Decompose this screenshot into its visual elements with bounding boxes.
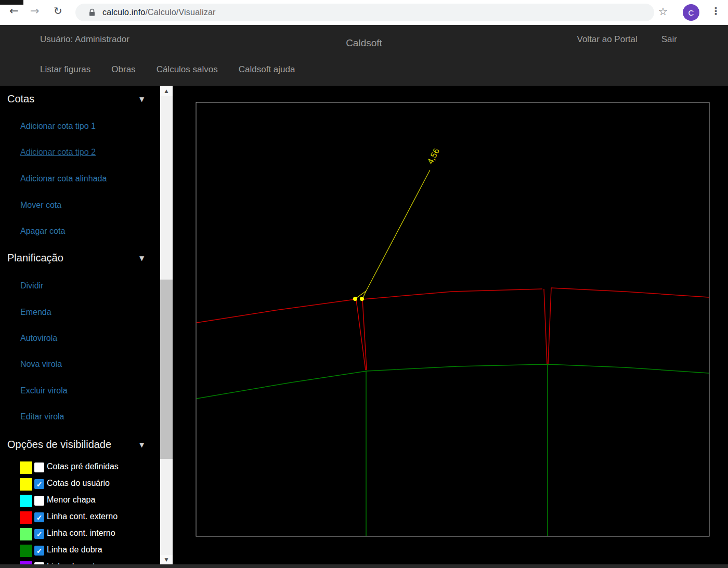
color-swatch bbox=[20, 545, 32, 557]
drawing-viewport[interactable] bbox=[173, 86, 728, 564]
checkbox[interactable] bbox=[34, 463, 44, 472]
link-autovirola[interactable]: Autovirola bbox=[20, 334, 57, 343]
menu-listar-figuras[interactable]: Listar figuras bbox=[40, 64, 90, 75]
scrollbar-up-arrow-icon[interactable]: ▲ bbox=[160, 86, 173, 96]
sair-link[interactable]: Sair bbox=[661, 34, 677, 45]
checkbox[interactable]: ✓ bbox=[34, 479, 44, 489]
link-excluir-virola[interactable]: Excluir virola bbox=[20, 386, 68, 395]
browser-toolbar: ← → ↻ calculo.info/Calculo/Visualizar ☆ … bbox=[0, 0, 728, 25]
checkbox[interactable] bbox=[34, 496, 44, 506]
voltar-ao-portal-link[interactable]: Voltar ao Portal bbox=[577, 34, 638, 45]
color-swatch bbox=[20, 528, 32, 540]
url-path: /Calculo/Visualizar bbox=[145, 8, 215, 17]
profile-avatar[interactable]: C bbox=[683, 4, 699, 21]
section-planificacao: Planificação bbox=[7, 252, 63, 264]
url-host: calculo.info bbox=[102, 8, 145, 17]
section-cotas: Cotas bbox=[7, 93, 34, 105]
link-adicionar-cota-tipo-1[interactable]: Adicionar cota tipo 1 bbox=[20, 122, 96, 131]
link-emenda[interactable]: Emenda bbox=[20, 308, 51, 317]
main-menu: Listar figuras Obras Cálculos salvos Cal… bbox=[40, 64, 295, 75]
option-label: Cotas do usuário bbox=[47, 479, 110, 488]
chevron-down-icon[interactable]: ▼ bbox=[139, 441, 144, 448]
reload-icon[interactable]: ↻ bbox=[54, 5, 62, 17]
lock-icon bbox=[88, 8, 96, 17]
page: ← → ↻ calculo.info/Calculo/Visualizar ☆ … bbox=[0, 0, 728, 568]
link-nova-virola[interactable]: Nova virola bbox=[20, 360, 62, 369]
menu-calculos-salvos[interactable]: Cálculos salvos bbox=[157, 64, 218, 75]
forward-icon[interactable]: → bbox=[30, 5, 40, 17]
window-bottom-edge bbox=[0, 564, 728, 568]
back-icon[interactable]: ← bbox=[9, 5, 19, 17]
link-adicionar-cota-alinhada[interactable]: Adicionar cota alinhada bbox=[20, 174, 107, 183]
address-bar[interactable]: calculo.info/Calculo/Visualizar bbox=[75, 4, 654, 21]
link-mover-cota[interactable]: Mover cota bbox=[20, 201, 61, 210]
sidebar: Cotas ▼ Adicionar cota tipo 1 Adicionar … bbox=[0, 86, 160, 564]
option-label: Linha de dobra bbox=[47, 545, 102, 554]
browser-menu-icon[interactable]: ⋮ bbox=[711, 5, 721, 17]
link-adicionar-cota-tipo-2[interactable]: Adicionar cota tipo 2 bbox=[20, 148, 96, 157]
header-right-links: Voltar ao Portal Sair bbox=[577, 34, 677, 45]
url-text: calculo.info/Calculo/Visualizar bbox=[102, 8, 216, 17]
tab-strip-edge bbox=[0, 0, 23, 5]
link-apagar-cota[interactable]: Apagar cota bbox=[20, 227, 65, 236]
menu-caldsoft-ajuda[interactable]: Caldsoft ajuda bbox=[239, 64, 295, 75]
menu-obras[interactable]: Obras bbox=[111, 64, 135, 75]
link-editar-virola[interactable]: Editar virola bbox=[20, 412, 64, 421]
scrollbar-thumb[interactable] bbox=[160, 280, 173, 459]
chevron-down-icon[interactable]: ▼ bbox=[139, 255, 144, 262]
link-dividir[interactable]: Dividir bbox=[20, 281, 43, 290]
checkbox[interactable]: ✓ bbox=[34, 512, 44, 522]
checkbox[interactable]: ✓ bbox=[34, 529, 44, 539]
option-label: Linha cont. interno bbox=[47, 529, 115, 538]
app-header: Usuário: Administrador Caldsoft Voltar a… bbox=[0, 25, 728, 86]
checkbox[interactable]: ✓ bbox=[34, 546, 44, 556]
color-swatch bbox=[20, 461, 32, 474]
color-swatch bbox=[20, 511, 32, 524]
color-swatch bbox=[20, 495, 32, 507]
section-opcoes-visibilidade: Opções de visibilidade bbox=[7, 439, 111, 451]
option-label: Cotas pré definidas bbox=[47, 462, 119, 471]
sidebar-scrollbar[interactable]: ▲ ▼ bbox=[160, 86, 173, 564]
color-swatch bbox=[20, 478, 32, 491]
chevron-down-icon[interactable]: ▼ bbox=[139, 96, 144, 103]
scrollbar-down-arrow-icon[interactable]: ▼ bbox=[160, 555, 173, 564]
option-label: Menor chapa bbox=[47, 495, 95, 505]
bookmark-star-icon[interactable]: ☆ bbox=[658, 5, 668, 18]
option-label: Linha cont. externo bbox=[47, 512, 118, 521]
